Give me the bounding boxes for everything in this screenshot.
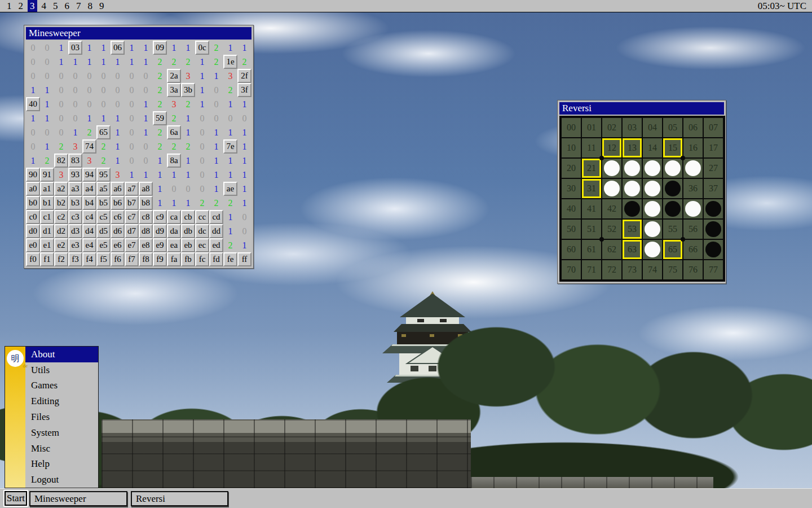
menu-item-misc[interactable]: Misc xyxy=(25,441,98,457)
menu-item-utils[interactable]: Utils xyxy=(25,362,98,378)
reversi-cell-31[interactable]: 31 xyxy=(582,179,601,198)
mine-covered-cell-e7[interactable]: e7 xyxy=(125,238,139,252)
workspace-5[interactable]: 5 xyxy=(51,0,60,12)
mine-covered-cell-ec[interactable]: ec xyxy=(195,238,209,252)
workspace-9[interactable]: 9 xyxy=(97,0,107,12)
mine-covered-cell-3a[interactable]: 3a xyxy=(167,83,181,97)
mine-covered-cell-1e[interactable]: 1e xyxy=(223,55,237,69)
menu-item-files[interactable]: Files xyxy=(25,409,98,425)
mine-covered-cell-b5[interactable]: b5 xyxy=(96,196,111,210)
task-button-minesweeper[interactable]: Minesweeper xyxy=(29,491,127,506)
reversi-cell-00[interactable]: 00 xyxy=(562,118,581,137)
reversi-cell-04[interactable]: 04 xyxy=(643,118,662,137)
mine-covered-cell-dd[interactable]: dd xyxy=(209,224,223,238)
reversi-cell-24[interactable] xyxy=(643,159,662,178)
reversi-cell-44[interactable] xyxy=(643,199,662,218)
mine-covered-cell-94[interactable]: 94 xyxy=(82,168,96,182)
reversi-cell-33[interactable] xyxy=(623,179,642,198)
mine-covered-cell-59[interactable]: 59 xyxy=(153,111,167,125)
mine-covered-cell-93[interactable]: 93 xyxy=(68,168,82,182)
reversi-cell-22[interactable] xyxy=(602,159,621,178)
mine-covered-cell-a8[interactable]: a8 xyxy=(139,182,153,196)
reversi-cell-75[interactable]: 75 xyxy=(663,260,682,279)
workspace-8[interactable]: 8 xyxy=(86,0,95,12)
reversi-cell-65[interactable]: 65 xyxy=(663,240,682,259)
mine-covered-cell-f6[interactable]: f6 xyxy=(111,252,125,266)
reversi-cell-62[interactable]: 62 xyxy=(602,240,621,259)
mine-covered-cell-a6[interactable]: a6 xyxy=(111,182,125,196)
reversi-cell-55[interactable]: 55 xyxy=(663,220,682,239)
reversi-cell-06[interactable]: 06 xyxy=(683,118,703,137)
mine-covered-cell-0c[interactable]: 0c xyxy=(195,41,209,55)
reversi-cell-36[interactable]: 36 xyxy=(683,179,703,198)
task-button-reversi[interactable]: Reversi xyxy=(131,491,228,506)
mine-covered-cell-ea[interactable]: ea xyxy=(167,238,181,252)
mine-covered-cell-e6[interactable]: e6 xyxy=(111,238,125,252)
reversi-cell-47[interactable] xyxy=(704,199,723,218)
reversi-cell-30[interactable]: 30 xyxy=(562,179,581,198)
reversi-cell-63[interactable]: 63 xyxy=(623,240,642,259)
reversi-cell-35[interactable] xyxy=(663,179,682,198)
mine-covered-cell-ca[interactable]: ca xyxy=(167,210,181,224)
mine-covered-cell-c1[interactable]: c1 xyxy=(40,210,54,224)
reversi-cell-74[interactable]: 74 xyxy=(643,260,662,279)
mine-covered-cell-f7[interactable]: f7 xyxy=(125,252,139,266)
mine-covered-cell-fb[interactable]: fb xyxy=(181,252,195,266)
workspace-1[interactable]: 1 xyxy=(5,0,14,12)
mine-covered-cell-e9[interactable]: e9 xyxy=(153,238,167,252)
reversi-cell-10[interactable]: 10 xyxy=(562,138,581,157)
menu-item-help[interactable]: Help xyxy=(25,456,98,472)
reversi-cell-05[interactable]: 05 xyxy=(663,118,682,137)
mine-covered-cell-b2[interactable]: b2 xyxy=(54,196,68,210)
mine-covered-cell-a5[interactable]: a5 xyxy=(96,182,111,196)
reversi-cell-70[interactable]: 70 xyxy=(562,260,581,279)
reversi-cell-46[interactable] xyxy=(683,199,703,218)
reversi-cell-15[interactable]: 15 xyxy=(663,138,682,157)
mine-covered-cell-f8[interactable]: f8 xyxy=(139,252,153,266)
mine-covered-cell-65[interactable]: 65 xyxy=(96,125,111,139)
mine-covered-cell-74[interactable]: 74 xyxy=(82,139,96,154)
workspace-2[interactable]: 2 xyxy=(16,0,26,12)
mine-covered-cell-c4[interactable]: c4 xyxy=(82,210,96,224)
reversi-cell-71[interactable]: 71 xyxy=(582,260,601,279)
reversi-cell-76[interactable]: 76 xyxy=(683,260,703,279)
mine-covered-cell-95[interactable]: 95 xyxy=(96,168,111,182)
reversi-cell-32[interactable] xyxy=(602,179,621,198)
mine-covered-cell-b6[interactable]: b6 xyxy=(111,196,125,210)
mine-covered-cell-a3[interactable]: a3 xyxy=(68,182,82,196)
mine-covered-cell-a7[interactable]: a7 xyxy=(125,182,139,196)
mine-covered-cell-dc[interactable]: dc xyxy=(195,224,209,238)
mine-covered-cell-cc[interactable]: cc xyxy=(195,210,209,224)
mine-covered-cell-f0[interactable]: f0 xyxy=(26,252,40,266)
reversi-cell-45[interactable] xyxy=(663,199,682,218)
mine-covered-cell-d7[interactable]: d7 xyxy=(125,224,139,238)
mine-covered-cell-cb[interactable]: cb xyxy=(181,210,195,224)
mine-covered-cell-c6[interactable]: c6 xyxy=(111,210,125,224)
reversi-cell-61[interactable]: 61 xyxy=(582,240,601,259)
mine-covered-cell-e4[interactable]: e4 xyxy=(82,238,96,252)
mine-covered-cell-d5[interactable]: d5 xyxy=(96,224,111,238)
reversi-cell-01[interactable]: 01 xyxy=(582,118,601,137)
reversi-cell-16[interactable]: 16 xyxy=(683,138,703,157)
mine-covered-cell-f3[interactable]: f3 xyxy=(68,252,82,266)
reversi-cell-52[interactable]: 52 xyxy=(602,220,621,239)
mine-covered-cell-f9[interactable]: f9 xyxy=(153,252,167,266)
mine-covered-cell-f2[interactable]: f2 xyxy=(54,252,68,266)
reversi-cell-25[interactable] xyxy=(663,159,682,178)
reversi-cell-21[interactable]: 21 xyxy=(582,159,601,178)
reversi-cell-37[interactable]: 37 xyxy=(704,179,723,198)
reversi-cell-20[interactable]: 20 xyxy=(562,159,581,178)
mine-covered-cell-3b[interactable]: 3b xyxy=(181,83,195,97)
reversi-cell-77[interactable]: 77 xyxy=(704,260,723,279)
mine-covered-cell-e8[interactable]: e8 xyxy=(139,238,153,252)
mine-covered-cell-e1[interactable]: e1 xyxy=(40,238,54,252)
reversi-cell-03[interactable]: 03 xyxy=(623,118,642,137)
reversi-cell-64[interactable] xyxy=(643,240,662,259)
mine-covered-cell-e0[interactable]: e0 xyxy=(26,238,40,252)
mine-covered-cell-c5[interactable]: c5 xyxy=(96,210,111,224)
reversi-cell-67[interactable] xyxy=(704,240,723,259)
mine-covered-cell-83[interactable]: 83 xyxy=(68,154,82,168)
mine-covered-cell-03[interactable]: 03 xyxy=(68,41,82,55)
mine-covered-cell-c2[interactable]: c2 xyxy=(54,210,68,224)
mine-covered-cell-db[interactable]: db xyxy=(181,224,195,238)
